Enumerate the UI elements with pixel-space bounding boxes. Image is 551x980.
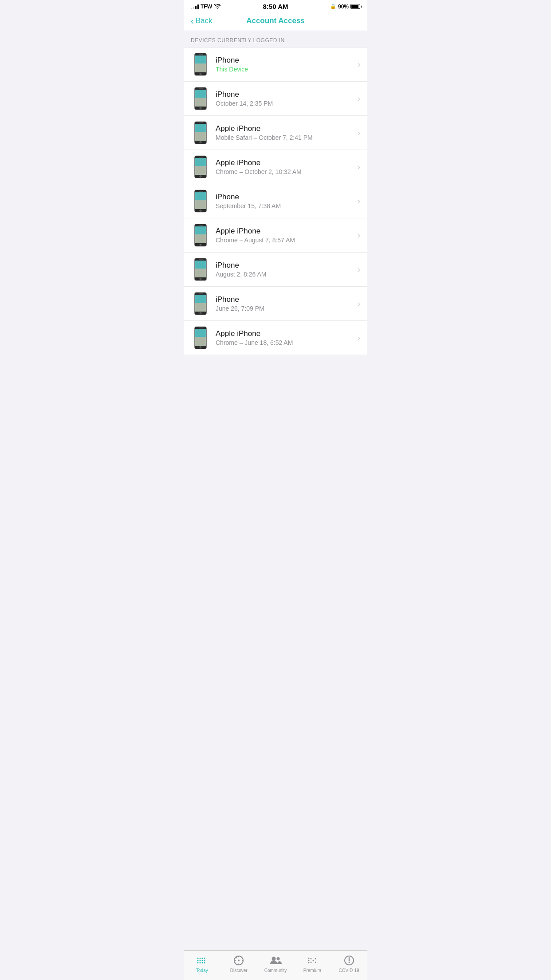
- lock-icon: 🔒: [330, 4, 336, 9]
- svg-point-25: [200, 175, 201, 177]
- device-sub-label: This Device: [216, 66, 354, 73]
- device-row[interactable]: iPhone June 26, 7:09 PM ›: [184, 287, 367, 321]
- svg-rect-61: [199, 328, 202, 328]
- svg-rect-9: [195, 90, 206, 98]
- svg-point-32: [200, 209, 201, 211]
- svg-rect-5: [199, 54, 202, 55]
- svg-rect-51: [195, 295, 206, 303]
- svg-point-48: [202, 259, 203, 260]
- device-sub-label: June 26, 7:09 PM: [216, 305, 354, 312]
- device-info: iPhone August 2, 8:26 AM: [216, 261, 354, 278]
- device-name: iPhone: [216, 90, 354, 99]
- svg-rect-10: [195, 98, 206, 107]
- device-icon: [191, 121, 210, 144]
- svg-rect-24: [195, 166, 206, 175]
- device-icon: [191, 87, 210, 110]
- device-icon: [191, 258, 210, 281]
- device-row[interactable]: Apple iPhone Mobile Safari – October 7, …: [184, 116, 367, 150]
- status-time: 8:50 AM: [263, 3, 288, 10]
- chevron-right-icon: ›: [358, 265, 360, 274]
- svg-rect-44: [195, 261, 206, 269]
- svg-rect-2: [195, 55, 206, 63]
- battery-percent: 90%: [338, 4, 349, 10]
- device-info: iPhone June 26, 7:09 PM: [216, 295, 354, 312]
- status-right: 🔒 90%: [330, 4, 360, 10]
- device-row[interactable]: Apple iPhone Chrome – October 2, 10:32 A…: [184, 150, 367, 184]
- svg-rect-45: [195, 269, 206, 277]
- svg-point-39: [200, 244, 201, 245]
- device-row[interactable]: iPhone August 2, 8:26 AM ›: [184, 253, 367, 287]
- svg-point-20: [202, 122, 203, 123]
- device-row[interactable]: iPhone October 14, 2:35 PM ›: [184, 82, 367, 116]
- chevron-right-icon: ›: [358, 60, 360, 69]
- svg-point-18: [200, 141, 201, 143]
- device-name: Apple iPhone: [216, 329, 354, 338]
- svg-rect-38: [195, 234, 206, 243]
- section-header: DEVICES CURRENTLY LOGGED IN: [184, 31, 367, 47]
- nav-bar: ‹ Back Account Access: [184, 12, 367, 31]
- svg-point-60: [200, 346, 201, 348]
- wifi-icon: [214, 4, 221, 9]
- svg-point-41: [202, 225, 203, 225]
- device-icon: [191, 326, 210, 349]
- svg-rect-33: [199, 191, 202, 191]
- device-icon: [191, 292, 210, 315]
- device-info: Apple iPhone Mobile Safari – October 7, …: [216, 124, 354, 141]
- svg-rect-58: [195, 329, 206, 337]
- svg-point-6: [202, 54, 203, 55]
- device-name: Apple iPhone: [216, 124, 354, 133]
- svg-point-53: [200, 312, 201, 314]
- device-icon: [191, 155, 210, 178]
- svg-rect-30: [195, 192, 206, 200]
- device-row[interactable]: iPhone This Device ›: [184, 47, 367, 82]
- svg-point-11: [200, 107, 201, 109]
- svg-point-27: [202, 157, 203, 157]
- svg-rect-37: [195, 226, 206, 234]
- signal-bars: [191, 4, 199, 9]
- back-label: Back: [196, 16, 213, 25]
- svg-rect-40: [199, 225, 202, 225]
- svg-point-4: [200, 73, 201, 75]
- svg-rect-59: [195, 337, 206, 346]
- svg-rect-54: [199, 293, 202, 294]
- device-sub-label: Chrome – October 2, 10:32 AM: [216, 168, 354, 175]
- svg-point-34: [202, 191, 203, 191]
- svg-rect-52: [195, 303, 206, 312]
- device-info: iPhone This Device: [216, 56, 354, 73]
- svg-point-55: [202, 293, 203, 294]
- svg-rect-3: [195, 63, 206, 72]
- svg-rect-26: [199, 157, 202, 157]
- svg-rect-12: [199, 88, 202, 89]
- device-name: iPhone: [216, 193, 354, 202]
- chevron-right-icon: ›: [358, 231, 360, 240]
- chevron-right-icon: ›: [358, 128, 360, 138]
- device-row[interactable]: Apple iPhone Chrome – August 7, 8:57 AM …: [184, 218, 367, 253]
- svg-point-62: [202, 328, 203, 328]
- status-bar: TFW 8:50 AM 🔒 90%: [184, 0, 367, 12]
- device-icon: [191, 224, 210, 247]
- chevron-right-icon: ›: [358, 333, 360, 343]
- device-name: iPhone: [216, 295, 354, 304]
- device-info: Apple iPhone Chrome – October 2, 10:32 A…: [216, 158, 354, 175]
- device-name: Apple iPhone: [216, 227, 354, 236]
- chevron-right-icon: ›: [358, 94, 360, 103]
- device-icon: [191, 53, 210, 76]
- device-sub-label: Chrome – June 18, 6:52 AM: [216, 339, 354, 346]
- device-row[interactable]: iPhone September 15, 7:38 AM ›: [184, 184, 367, 218]
- device-name: Apple iPhone: [216, 158, 354, 167]
- device-info: iPhone September 15, 7:38 AM: [216, 193, 354, 209]
- battery-icon: [350, 4, 360, 9]
- device-info: iPhone October 14, 2:35 PM: [216, 90, 354, 107]
- svg-point-13: [202, 88, 203, 89]
- back-button[interactable]: ‹ Back: [191, 16, 212, 25]
- device-sub-label: October 14, 2:35 PM: [216, 100, 354, 107]
- status-left: TFW: [191, 4, 221, 10]
- back-chevron-icon: ‹: [191, 16, 194, 25]
- device-name: iPhone: [216, 56, 354, 65]
- svg-rect-31: [195, 200, 206, 209]
- page-title: Account Access: [246, 16, 305, 25]
- device-info: Apple iPhone Chrome – August 7, 8:57 AM: [216, 227, 354, 244]
- device-sub-label: Chrome – August 7, 8:57 AM: [216, 237, 354, 244]
- svg-point-46: [200, 278, 201, 280]
- device-row[interactable]: Apple iPhone Chrome – June 18, 6:52 AM ›: [184, 321, 367, 355]
